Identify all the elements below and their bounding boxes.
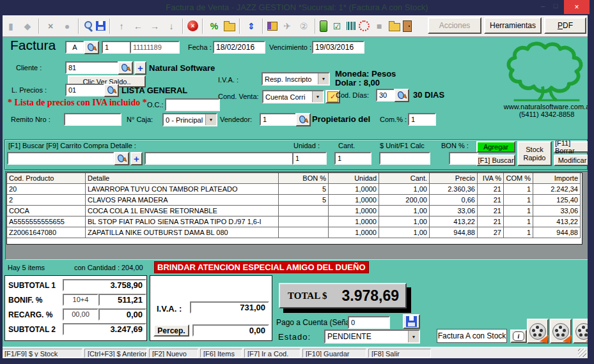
delete-icon[interactable]: × [43,19,58,33]
lista-precios-field[interactable] [65,84,105,96]
dotted-circle-icon[interactable] [359,20,370,31]
checkbox-icon[interactable]: ☑ [330,19,344,33]
oc-field[interactable] [165,98,220,111]
fecha-field[interactable] [213,41,265,54]
add-item-button[interactable]: + [130,152,143,165]
grid-row[interactable]: A5555555555655BL STOP FIAT PALIO SIENA S… [7,216,582,227]
maximize-button[interactable]: □ [550,2,561,10]
letter-lookup-button[interactable] [84,41,99,54]
unidad-field[interactable] [292,152,327,165]
info-icon: i [513,331,524,341]
pos-field[interactable] [102,41,131,54]
add-cliente-button[interactable]: + [134,61,146,75]
grid-row[interactable]: COCACOCA COLA 1L ENVASE RETORNABLE1,0000… [7,206,582,216]
media-button-2[interactable] [550,319,572,344]
plane-icon[interactable]: ✈ [280,19,294,33]
circled-two-icon[interactable]: ② [297,19,311,33]
item-lookup-button[interactable] [114,152,129,165]
arrow-left-icon[interactable]: ← [131,19,145,33]
cliente-field[interactable] [65,61,119,74]
acciones-button[interactable]: Acciones [428,17,481,34]
grid-header-cell[interactable]: Detalle [86,173,279,184]
chevron-down-icon[interactable]: ▼ [408,331,419,342]
grid-row[interactable]: 20LAVARROPA TUYU CON TAMBOR PLATEADO51,0… [7,184,582,195]
grid-header-cell[interactable]: BON % [279,173,329,184]
subtotal1-value: 3.758,90 [63,279,146,291]
close-button[interactable]: × [564,0,590,14]
open-folder-icon[interactable] [389,23,400,31]
barcode-icon[interactable] [347,22,356,30]
arrow-up-icon[interactable]: ↑ [114,19,129,33]
stamp-icon[interactable]: ◆ [20,19,35,33]
purse-icon[interactable] [267,22,277,31]
info-button[interactable]: i [510,330,527,343]
grid-header-cell[interactable]: Cod. Producto [7,173,86,184]
save-pago-button[interactable] [403,314,420,329]
cancel-icon[interactable]: × [187,20,198,31]
grid-row[interactable]: 2CLAVOS PARA MADERA51,0000200,000,662111… [7,195,582,206]
minimize-button[interactable]: – [537,2,549,10]
lista-lookup-button[interactable] [104,84,119,97]
grid-cell: 944,88 [430,227,478,238]
invoice-number-field[interactable] [130,41,180,54]
media-button-1[interactable] [527,319,549,344]
caja-combo[interactable]: 0 - Principal ▼ [162,113,217,126]
pago-field[interactable] [348,316,390,329]
search-icon[interactable] [83,21,93,31]
grid-header-cell[interactable]: Cant. [379,173,430,184]
cant-field[interactable] [334,152,371,165]
new-doc-icon[interactable]: ▮ [4,19,18,33]
grid-header-cell[interactable]: Importe [533,173,581,184]
item-code-field[interactable] [7,152,114,165]
gray-square-icon[interactable]: ■ [372,19,386,33]
resize-grip[interactable] [578,349,586,357]
cliente-lookup-button[interactable] [118,61,133,75]
grid-header-cell[interactable]: COM % [504,173,533,184]
grid-header-cell[interactable]: Unidad [329,173,379,184]
vencimiento-field[interactable] [312,41,364,54]
herramientas-button[interactable]: Herramientas [484,17,542,34]
discount-percent-icon[interactable]: % [207,19,221,33]
cond-venta-combo[interactable]: Cuenta Corri ▼ [262,90,324,103]
cartridge-icon[interactable] [320,20,327,32]
expand-vertical-icon[interactable]: ⇕ [244,19,258,33]
vendedor-field[interactable] [260,113,297,126]
chevron-down-icon[interactable]: ▼ [318,73,329,84]
borrar-button[interactable]: [F11] Borrar [554,141,591,153]
save-icon[interactable] [96,21,106,31]
chevron-down-icon[interactable]: ▼ [205,114,216,125]
chevron-down-icon[interactable]: ▼ [312,91,323,102]
shield-icon[interactable]: ● [60,19,74,33]
iva-combo[interactable]: Resp. Inscripto ▼ [262,72,330,86]
pdf-button[interactable]: PDF [544,17,586,34]
buscar-button[interactable]: [F1] Buscar [476,155,515,166]
unit-price-field[interactable] [379,152,430,165]
arrow-down-icon[interactable]: ↓ [164,19,178,33]
window-border [588,15,594,364]
unit-price-label: $ Unit/F1 Calc [380,142,425,149]
letter-field[interactable] [65,41,84,54]
dias-lookup-button[interactable] [394,89,409,102]
bon-field[interactable] [449,152,478,165]
estado-combo[interactable]: PENDIENTE ▼ [324,330,420,344]
remito-field[interactable] [64,113,121,126]
cod-dias-field[interactable] [376,89,395,102]
edit-folder-icon[interactable] [224,23,235,31]
grid-header-cell[interactable]: Precio [430,173,478,184]
modificar-button[interactable]: Modificar [554,155,591,166]
percep-button[interactable]: Percep. [153,324,189,337]
bonif-pct-field[interactable]: 10+4 [63,294,98,306]
grid-header-cell[interactable]: IVA % [478,173,504,184]
tipo-factura-button[interactable]: Factura A con Stock [437,329,507,343]
grid-row[interactable]: Z20061647080ZAPATILLA NIKE OUTBURST DAMA… [7,227,582,238]
stock-rapido-button[interactable]: Stock Rapido [517,141,552,166]
arrow-right-icon[interactable]: → [148,19,162,33]
recarg-pct-field[interactable]: 00,00 [63,308,98,321]
grid-cell: 5 [279,184,329,195]
comision-field[interactable] [408,113,436,126]
agregar-button[interactable]: Agregar [476,141,515,153]
exit-door-icon[interactable] [403,20,412,32]
grid-cell: 21 [478,184,504,195]
vendedor-lookup-button[interactable] [295,113,311,126]
item-detail-field[interactable] [145,152,293,165]
